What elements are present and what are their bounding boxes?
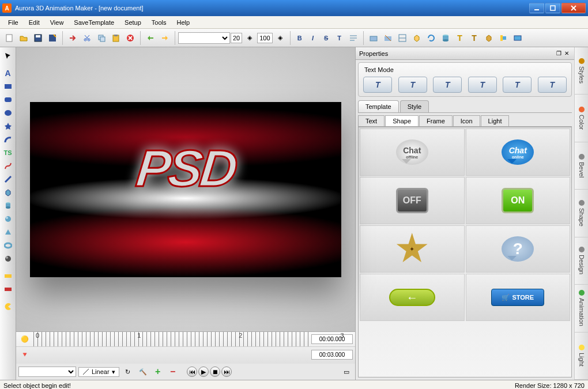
text3d-2-icon[interactable]: T — [468, 31, 481, 45]
stop-icon[interactable]: ⏹ — [210, 367, 220, 377]
timeline-expand-icon[interactable]: ▭ — [340, 365, 353, 378]
ball-tool-icon[interactable] — [2, 252, 14, 265]
shape-question[interactable]: ? — [466, 225, 571, 273]
cube2-icon[interactable] — [482, 31, 496, 45]
size-a-stepper-icon[interactable]: ◈ — [243, 31, 257, 45]
shape-chat-offline[interactable]: Chat offline — [360, 129, 465, 176]
menu-view[interactable]: View — [46, 18, 69, 27]
delete-icon[interactable] — [123, 31, 137, 45]
shape-tool-1-icon[interactable] — [367, 31, 380, 45]
subtab-shape[interactable]: Shape — [385, 115, 419, 126]
align-icon[interactable] — [346, 31, 360, 45]
timeline-end-icon[interactable]: 🔻 — [18, 348, 31, 361]
subtab-text[interactable]: Text — [358, 115, 385, 126]
cut-icon[interactable] — [80, 31, 94, 45]
pacman-tool-icon[interactable] — [2, 300, 14, 313]
line-tool-icon[interactable] — [2, 173, 14, 186]
timeline-start-icon[interactable]: 🟡 — [18, 333, 31, 346]
rect-tool-icon[interactable] — [2, 80, 14, 93]
panel-close-icon[interactable]: ✕ — [563, 50, 571, 58]
menu-setup[interactable]: Setup — [120, 18, 146, 27]
tab-style[interactable]: Style — [400, 100, 429, 112]
sidetab-design[interactable]: Design — [575, 237, 588, 285]
color2-tool-icon[interactable] — [2, 283, 14, 296]
menu-tools[interactable]: Tools — [147, 18, 171, 27]
cube-icon[interactable] — [410, 31, 424, 45]
subtab-light[interactable]: Light — [481, 115, 510, 126]
star-tool-icon[interactable] — [2, 120, 14, 133]
redo-icon[interactable] — [158, 31, 172, 45]
flag-icon[interactable] — [496, 31, 510, 45]
text-a-tool-icon[interactable]: A — [2, 67, 14, 80]
sidetab-color[interactable]: Color — [575, 95, 588, 142]
sphere-tool-icon[interactable] — [2, 213, 14, 225]
menu-savetemplate[interactable]: SaveTemplate — [69, 18, 119, 27]
panel-undock-icon[interactable]: ❐ — [555, 50, 563, 58]
sidetab-bevel[interactable]: Bevel — [575, 142, 588, 190]
timeline-end-time[interactable]: 00:03.000 — [311, 350, 353, 360]
size-b-input[interactable]: 100 — [257, 33, 272, 43]
shape-badge[interactable]: ✦ — [360, 225, 465, 273]
textmode-1[interactable]: T — [363, 77, 392, 93]
shape-tool-2-icon[interactable] — [381, 31, 395, 45]
shape-grid[interactable]: Chat offline Chat online OFF — [358, 127, 572, 377]
paste-icon[interactable] — [109, 31, 123, 45]
subtab-icon[interactable]: Icon — [453, 115, 480, 126]
close-button[interactable] — [561, 3, 586, 13]
cone-tool-icon[interactable] — [2, 226, 14, 239]
goto-end-icon[interactable]: ⏭ — [221, 367, 232, 377]
cylinder-icon[interactable] — [439, 31, 453, 45]
canvas-viewport[interactable]: PSD — [16, 47, 355, 331]
path-tool-icon[interactable] — [2, 160, 14, 172]
play-icon[interactable]: ▶ — [198, 367, 209, 377]
timeline-add-icon[interactable]: + — [152, 365, 164, 378]
sidetab-animation[interactable]: Animation — [575, 285, 588, 332]
arc-tool-icon[interactable] — [2, 133, 14, 146]
easing-select[interactable]: Linear ▾ — [78, 367, 119, 377]
text3d-1-icon[interactable]: T — [453, 31, 467, 45]
save-icon[interactable] — [31, 31, 45, 45]
timeline-refresh-icon[interactable]: ↻ — [122, 365, 134, 378]
shape-arrow-pill[interactable]: ← — [360, 274, 465, 321]
text-t-button[interactable]: T — [333, 32, 346, 44]
size-a-input[interactable]: 20 — [231, 33, 242, 43]
textmode-2[interactable]: T — [398, 77, 427, 93]
timeline-hammer-icon[interactable]: 🔨 — [137, 365, 149, 378]
saveas-icon[interactable] — [46, 31, 59, 45]
shape-tool-3-icon[interactable] — [395, 31, 409, 45]
italic-button[interactable]: I — [307, 32, 319, 44]
torus-tool-icon[interactable] — [2, 239, 14, 252]
screen-icon[interactable] — [511, 31, 525, 45]
cylinder-tool-icon[interactable] — [2, 199, 14, 212]
timeline-mode-select[interactable] — [18, 367, 76, 377]
textmode-3[interactable]: T — [433, 77, 462, 93]
ellipse-tool-icon[interactable] — [2, 107, 14, 119]
size-b-stepper-icon[interactable]: ◈ — [273, 31, 287, 45]
minimize-button[interactable] — [529, 3, 544, 13]
menu-help[interactable]: Help — [172, 18, 195, 27]
subtab-frame[interactable]: Frame — [419, 115, 453, 126]
timeline-remove-icon[interactable]: − — [167, 365, 179, 378]
undo-icon[interactable] — [144, 31, 157, 45]
font-select[interactable] — [178, 32, 230, 44]
menu-edit[interactable]: Edit — [24, 18, 44, 27]
shape-store-button[interactable]: 🛒STORE — [466, 274, 571, 321]
color1-tool-icon[interactable] — [2, 270, 14, 282]
cube3d-tool-icon[interactable] — [2, 186, 14, 199]
strike-button[interactable]: S — [320, 32, 333, 44]
ts-tool-icon[interactable]: TS — [2, 146, 14, 159]
shape-off-button[interactable]: OFF — [360, 177, 465, 224]
roundrect-tool-icon[interactable] — [2, 93, 14, 106]
maximize-button[interactable] — [545, 3, 560, 13]
menu-file[interactable]: File — [3, 18, 23, 27]
pointer-tool-icon[interactable] — [2, 50, 14, 62]
open-icon[interactable] — [17, 31, 31, 45]
refresh-icon[interactable] — [424, 31, 438, 45]
shape-chat-online[interactable]: Chat online — [466, 129, 571, 176]
textmode-5[interactable]: T — [503, 77, 532, 93]
sidetab-styles[interactable]: Styles — [575, 47, 588, 95]
shape-on-button[interactable]: ON — [466, 177, 571, 224]
textmode-6[interactable]: T — [538, 77, 567, 93]
tab-template[interactable]: Template — [358, 100, 399, 112]
export-icon[interactable] — [66, 31, 80, 45]
